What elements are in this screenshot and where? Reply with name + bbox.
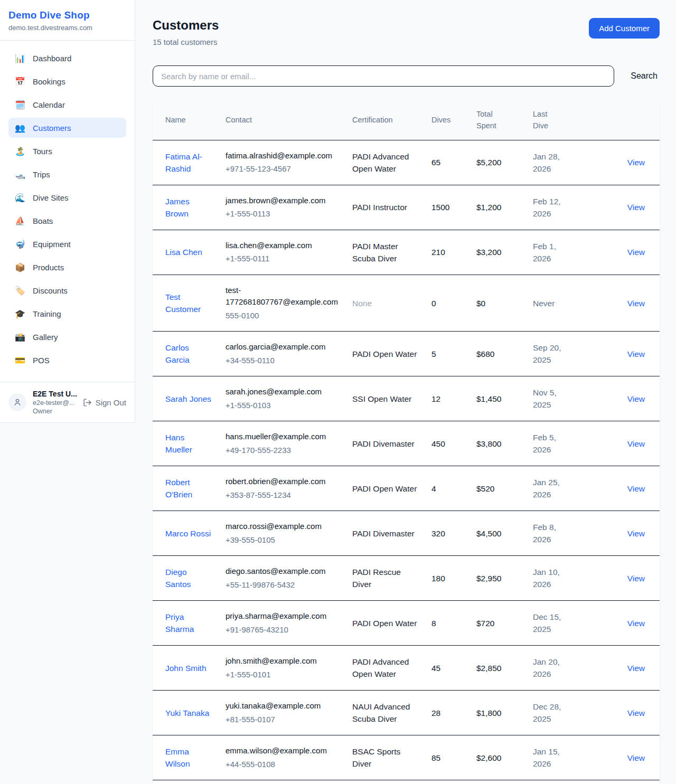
table-row: Keiko Yamamoto keiko.yamamoto@example.co… bbox=[153, 780, 660, 784]
sidebar-item-boats[interactable]: ⛵ Boats bbox=[8, 211, 126, 231]
customer-phone: +1-555-0113 bbox=[226, 208, 340, 220]
view-link[interactable]: View bbox=[627, 529, 645, 538]
view-link[interactable]: View bbox=[627, 394, 645, 403]
customer-email: diego.santos@example.com bbox=[226, 565, 340, 578]
customer-name-link[interactable]: Priya Sharma bbox=[165, 612, 194, 634]
customer-phone: +39-555-0105 bbox=[226, 534, 340, 546]
column-header-dives: Dives bbox=[425, 100, 470, 140]
customer-last-dive: Feb 1, 2026 bbox=[527, 230, 583, 275]
customer-name-link[interactable]: James Brown bbox=[165, 197, 190, 218]
sign-out-label: Sign Out bbox=[96, 398, 126, 407]
products-icon: 📦 bbox=[15, 262, 25, 272]
sidebar-item-training[interactable]: 🎓 Training bbox=[8, 304, 126, 324]
customer-dives: 45 bbox=[425, 646, 470, 691]
customers-table: Name Contact Certification Dives Total S… bbox=[153, 100, 660, 784]
customer-certification: PADI Divemaster bbox=[346, 421, 425, 466]
customers-icon: 👥 bbox=[15, 123, 25, 133]
calendar-icon: 🗓️ bbox=[15, 100, 25, 110]
customer-last-dive: Never bbox=[527, 275, 583, 332]
bookings-icon: 📅 bbox=[15, 77, 25, 87]
view-link[interactable]: View bbox=[627, 350, 645, 358]
training-icon: 🎓 bbox=[15, 309, 25, 319]
customer-phone: +1-555-0103 bbox=[226, 400, 340, 412]
view-link[interactable]: View bbox=[627, 709, 645, 717]
sidebar-item-trips[interactable]: 🛥️ Trips bbox=[8, 164, 126, 184]
customer-certification: PADI Advanced Open Water bbox=[346, 780, 425, 784]
view-link[interactable]: View bbox=[627, 619, 645, 628]
customer-name-link[interactable]: Carlos Garcia bbox=[165, 343, 190, 364]
customer-dives: 1500 bbox=[425, 185, 470, 230]
customer-name-link[interactable]: John Smith bbox=[165, 664, 206, 673]
table-row: Marco Rossi marco.rossi@example.com +39-… bbox=[153, 511, 660, 556]
person-icon bbox=[13, 398, 22, 407]
sign-out-button[interactable]: Sign Out bbox=[83, 398, 126, 407]
customer-email: carlos.garcia@example.com bbox=[226, 341, 340, 353]
customer-certification: PADI Master Scuba Diver bbox=[346, 230, 425, 275]
customer-email: yuki.tanaka@example.com bbox=[226, 700, 340, 712]
column-header-name: Name bbox=[153, 100, 219, 140]
customer-name-link[interactable]: Sarah Jones bbox=[165, 394, 211, 403]
customer-dives: 450 bbox=[425, 421, 470, 466]
sidebar-item-calendar[interactable]: 🗓️ Calendar bbox=[8, 95, 126, 115]
table-row: Robert O'Brien robert.obrien@example.com… bbox=[153, 466, 660, 511]
customer-dives: 85 bbox=[425, 735, 470, 780]
customer-phone: +1-555-0111 bbox=[226, 253, 340, 265]
sidebar-item-products[interactable]: 📦 Products bbox=[8, 257, 126, 277]
sidebar-item-customers[interactable]: 👥 Customers bbox=[8, 118, 126, 138]
sidebar-item-gallery[interactable]: 📸 Gallery bbox=[8, 327, 126, 347]
sidebar-item-discounts[interactable]: 🏷️ Discounts bbox=[8, 280, 126, 300]
customer-last-dive: Feb 12, 2026 bbox=[527, 185, 583, 230]
customer-email: priya.sharma@example.com bbox=[226, 610, 340, 622]
sidebar-item-dive-sites[interactable]: 🌊 Dive Sites bbox=[8, 187, 126, 207]
customer-total-spent: $5,200 bbox=[470, 140, 527, 185]
customer-certification: PADI Open Water bbox=[346, 332, 425, 376]
customer-last-dive: Jan 15, 2026 bbox=[527, 735, 583, 780]
view-link[interactable]: View bbox=[627, 574, 645, 583]
customer-email: robert.obrien@example.com bbox=[226, 476, 340, 488]
add-customer-button[interactable]: Add Customer bbox=[589, 18, 660, 39]
user-info: E2E Test U... e2e-tester@... Owner bbox=[33, 390, 77, 415]
view-link[interactable]: View bbox=[627, 439, 645, 448]
view-link[interactable]: View bbox=[627, 753, 645, 762]
boats-icon: ⛵ bbox=[15, 216, 25, 226]
sidebar-item-tours[interactable]: 🏝️ Tours bbox=[8, 141, 126, 161]
customer-name-link[interactable]: Emma Wilson bbox=[165, 747, 190, 768]
customer-last-dive: Nov 5, 2025 bbox=[527, 376, 583, 421]
view-link[interactable]: View bbox=[627, 299, 645, 308]
customer-phone: +1-555-0101 bbox=[226, 669, 340, 681]
customer-last-dive: Dec 15, 2025 bbox=[527, 601, 583, 646]
table-row: Test Customer test-1772681807767@example… bbox=[153, 275, 660, 332]
search-button[interactable]: Search bbox=[628, 67, 660, 85]
view-link[interactable]: View bbox=[627, 664, 645, 673]
customer-name-link[interactable]: Hans Mueller bbox=[165, 433, 192, 454]
table-row: Fatima Al-Rashid fatima.alrashid@example… bbox=[153, 140, 660, 185]
customer-name-link[interactable]: Marco Rossi bbox=[165, 529, 211, 538]
sign-out-icon bbox=[83, 398, 92, 407]
equipment-icon: 🤿 bbox=[15, 239, 25, 249]
dashboard-icon: 📊 bbox=[15, 53, 25, 63]
customer-dives: 65 bbox=[425, 140, 470, 185]
discounts-icon: 🏷️ bbox=[15, 286, 25, 296]
customer-certification: PADI Advanced Open Water bbox=[346, 140, 425, 185]
view-link[interactable]: View bbox=[627, 484, 645, 493]
customer-name-link[interactable]: Yuki Tanaka bbox=[165, 709, 209, 717]
sidebar-item-pos[interactable]: 💳 POS bbox=[8, 350, 126, 370]
customer-name-link[interactable]: Fatima Al-Rashid bbox=[165, 152, 202, 173]
view-link[interactable]: View bbox=[627, 158, 645, 167]
customer-last-dive: Jan 20, 2026 bbox=[527, 646, 583, 691]
sidebar-item-bookings[interactable]: 📅 Bookings bbox=[8, 71, 126, 91]
table-row: Hans Mueller hans.mueller@example.com +4… bbox=[153, 421, 660, 466]
user-name: E2E Test U... bbox=[33, 390, 77, 398]
customer-name-link[interactable]: Robert O'Brien bbox=[165, 478, 192, 499]
customer-total-spent: $3,800 bbox=[470, 421, 527, 466]
search-input[interactable] bbox=[153, 65, 614, 87]
customer-last-dive: Dec 28, 2025 bbox=[527, 691, 583, 735]
customer-name-link[interactable]: Diego Santos bbox=[165, 568, 191, 589]
view-link[interactable]: View bbox=[627, 248, 645, 257]
sidebar-item-equipment[interactable]: 🤿 Equipment bbox=[8, 234, 126, 254]
sidebar-item-dashboard[interactable]: 📊 Dashboard bbox=[8, 48, 126, 68]
customer-count: 15 total customers bbox=[153, 37, 219, 46]
view-link[interactable]: View bbox=[627, 203, 645, 212]
customer-name-link[interactable]: Test Customer bbox=[165, 292, 201, 314]
customer-name-link[interactable]: Lisa Chen bbox=[165, 248, 202, 257]
